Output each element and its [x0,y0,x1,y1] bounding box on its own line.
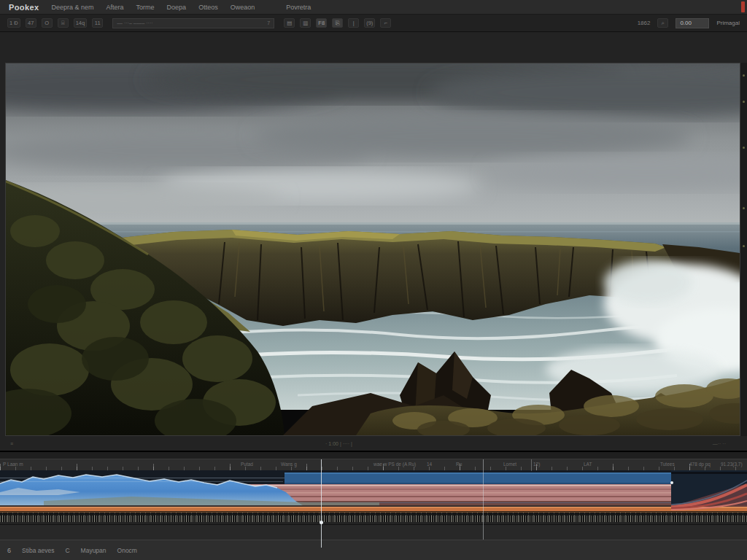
hand-tool-icon[interactable]: O [42,18,53,28]
ruler-label: 91.23(3,7) [721,462,743,467]
layout-icon-a[interactable]: ▤ [284,18,295,28]
menu-item-help[interactable]: Povretra [286,4,311,11]
clip-tick-strip [0,512,747,524]
sky [6,63,740,233]
razor-tool-icon[interactable]: 47 [26,18,36,28]
track-tool-icon[interactable]: 14q [74,18,88,28]
ruler-label: LAT [584,462,592,467]
snap-icon[interactable]: (9) [364,18,375,28]
playhead-secondary[interactable] [483,459,484,540]
menu-item-window[interactable]: Oweaon [231,4,255,11]
timeline-lower-track[interactable] [0,524,747,540]
viewer-image [6,63,740,435]
viewer-timecode: · 1:00 | ···· | [325,441,352,446]
playhead-primary[interactable] [321,459,322,548]
timeline-header-bar [0,451,747,459]
workspace-label[interactable]: Primagal [716,20,740,26]
viewer-zoom-info: —·· ·· [713,441,726,446]
ruler-marker [531,459,532,471]
timeline-ruler[interactable]: P Laan m Putad Wans g wae w PS de (A Ru)… [0,459,747,470]
rail-dot [743,207,745,209]
grid-tool-icon[interactable]: ⌸ [58,18,69,28]
menu-bar: Pookex Deepra & nem Aftera Torme Doepa O… [0,0,747,15]
rail-dot [743,245,745,247]
frame-counter: 1862 [638,20,651,26]
menu-item-edit[interactable]: Aftera [107,4,124,11]
timeline-tracks[interactable] [0,470,747,524]
ruler-label: Wans g [281,462,297,467]
strip-menu-icon[interactable]: ≡ [10,441,13,446]
viewer-status-strip: ≡ · 1:00 | ···· | —·· ·· [6,436,740,451]
ruler-label: P Laan m [3,462,23,467]
viewer-canvas[interactable] [6,63,740,435]
toolbar: 1 Ð 47 O ⌸ 14q 11 –– ···– –––– ···· 7 ▤ … [0,15,747,32]
status-item-options[interactable]: Onocm [117,547,137,554]
ruler-label: Putad [241,462,253,467]
status-item-project[interactable]: Mayupan [81,547,107,554]
slip-tool-icon[interactable]: 11 [92,18,103,28]
status-item-c: C [65,547,69,554]
menu-item-file[interactable]: Deepra & nem [52,4,94,11]
rail-dot [743,147,745,149]
ruler-label: 478 dp pq [689,462,711,467]
menu-item-clip[interactable]: Torme [136,4,155,11]
duplicate-icon[interactable]: ⎘ [332,18,343,28]
menu-item-markers[interactable]: Otteos [198,4,218,11]
ruler-label: Tutees [660,462,675,467]
search-input[interactable]: –– ···– –––– ···· 7 [112,18,274,28]
search-clear-icon[interactable]: 7 [267,20,270,26]
link-icon[interactable]: ⌐ [380,18,391,28]
ruler-label: 14 [427,462,432,467]
ruler-label: Ru [456,462,462,467]
layout-icon-b[interactable]: ▥ [300,18,311,28]
magnifier-icon[interactable]: ⌕ [657,18,668,28]
selection-tool-icon[interactable]: 1 Ð [7,18,20,28]
timecode-display[interactable]: 0.00 [676,18,709,28]
app-name: Pookex [9,3,39,12]
search-value: –– ···– –––– ···· [117,20,152,26]
ruler-label: wae w PS de (A Ru) [374,462,416,467]
record-indicator [741,1,745,12]
export-button[interactable]: F8 [316,18,327,28]
ruler-label: 12) [533,462,540,467]
status-leading-icon: 6 [7,547,11,554]
timeline-clips-graphic [0,470,747,524]
toolbar-right: 1862 ⌕ 0.00 Primagal [638,18,740,28]
rail-dot [743,101,745,103]
ruler-label: Lomet [503,462,516,467]
status-item-autosave: Stiba aeves [22,547,54,554]
clip-video-bar [285,472,671,484]
program-monitor: ≡ · 1:00 | ···· | —·· ·· [0,32,747,451]
menu-item-sequence[interactable]: Doepa [167,4,187,11]
rail-dot [743,74,745,77]
status-bar: 6 Stiba aeves C Mayupan Onocm [0,540,747,560]
divider-icon: | [348,18,359,28]
viewer-scrollbar[interactable] [740,63,747,436]
